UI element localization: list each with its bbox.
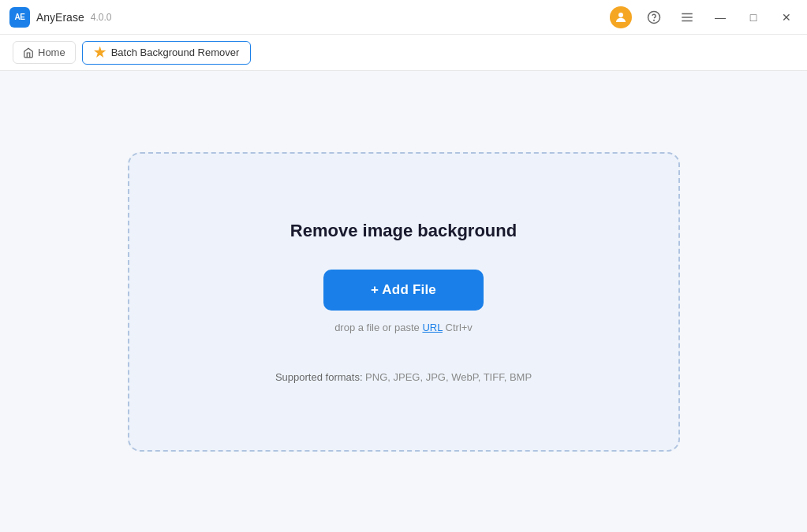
home-nav-label: Home [38, 47, 65, 58]
user-avatar-icon[interactable] [610, 6, 632, 28]
drop-zone[interactable]: Remove image background + Add File drop … [128, 152, 680, 452]
svg-point-2 [654, 20, 655, 20]
star-icon [94, 47, 106, 59]
supported-formats-values: PNG, JPEG, JPG, WebP, TIFF, BMP [363, 371, 532, 383]
batch-remover-tab[interactable]: Batch Background Remover [82, 41, 252, 65]
app-version: 4.0.0 [91, 12, 112, 23]
menu-icon[interactable] [676, 6, 698, 28]
maximize-button[interactable]: □ [742, 6, 764, 28]
svg-point-0 [618, 13, 623, 17]
title-bar-right: — □ ✕ [610, 6, 798, 28]
url-link[interactable]: URL [422, 322, 443, 333]
help-icon[interactable] [643, 6, 665, 28]
drop-hint-suffix: Ctrl+v [443, 322, 473, 333]
title-bar: AE AnyErase 4.0.0 — □ ✕ [0, 0, 807, 35]
add-file-button[interactable]: + Add File [323, 270, 484, 311]
minimize-button[interactable]: — [709, 6, 731, 28]
app-logo: AE [9, 7, 30, 28]
app-name: AnyErase [36, 11, 84, 24]
nav-bar: Home Batch Background Remover [0, 35, 807, 71]
drop-zone-title: Remove image background [290, 221, 517, 241]
supported-formats: Supported formats: PNG, JPEG, JPG, WebP,… [275, 371, 532, 383]
drop-hint-prefix: drop a file or paste [334, 322, 422, 333]
active-tab-label: Batch Background Remover [111, 47, 240, 58]
close-button[interactable]: ✕ [775, 6, 798, 28]
title-bar-left: AE AnyErase 4.0.0 [9, 7, 111, 28]
supported-formats-label: Supported formats: [275, 371, 363, 383]
main-content: Remove image background + Add File drop … [0, 71, 807, 532]
drop-hint: drop a file or paste URL Ctrl+v [334, 322, 473, 333]
home-nav-button[interactable]: Home [13, 41, 76, 64]
